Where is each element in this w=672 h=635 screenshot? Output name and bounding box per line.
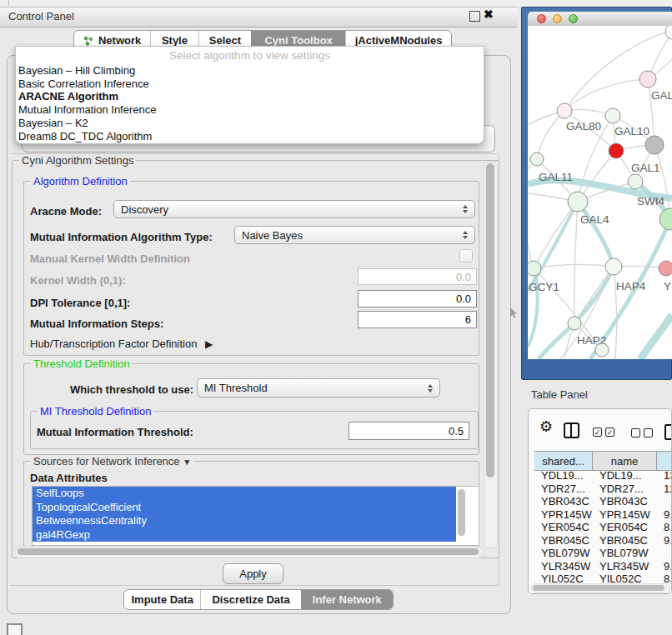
algorithm-option[interactable]: Bayesian – K2	[18, 117, 481, 130]
table-cell[interactable]: 8.	[657, 572, 672, 583]
table-cell[interactable]: YBR045C	[534, 534, 593, 548]
new-table-icon[interactable]	[664, 424, 672, 440]
sources-group-title[interactable]: Sources for Network Inference ▼	[31, 455, 193, 468]
float-panel-mini-icon[interactable]	[7, 623, 23, 635]
algorithm-option[interactable]: Dream8 DC_TDC Algorithm	[18, 130, 481, 143]
table-cell[interactable]: YIL052C	[534, 572, 593, 583]
network-node-hap2[interactable]	[568, 317, 581, 330]
table-cell[interactable]: YDL19...	[593, 469, 657, 482]
algorithm-option[interactable]: ARACNE Algorithm	[18, 90, 481, 103]
table-cell[interactable]: 9.	[657, 534, 672, 548]
table-cell[interactable]: YLR345W	[593, 560, 657, 573]
table-cell[interactable]: YIL052C	[593, 572, 657, 583]
table-cell[interactable]: YBR045C	[593, 534, 657, 548]
algorithm-option[interactable]: Bayesian – Hill Climbing	[18, 64, 481, 78]
network-edge[interactable]	[640, 315, 672, 359]
table-hscroll-thumb[interactable]	[533, 585, 664, 591]
table-header[interactable]: shared...nameA	[534, 451, 672, 471]
attribute-item[interactable]: TopologicalCoefficient	[33, 501, 456, 515]
table-cell[interactable]: 9.	[657, 560, 672, 573]
mi-threshold-field[interactable]	[349, 422, 469, 440]
zoom-traffic-light-icon[interactable]	[569, 14, 578, 23]
network-node-gal11[interactable]	[530, 152, 544, 166]
network-node[interactable]	[595, 343, 609, 357]
column-header-2[interactable]: name	[593, 452, 657, 470]
list-scrollbar-thumb[interactable]	[458, 489, 465, 536]
columns-icon[interactable]	[564, 422, 579, 438]
network-node-gal1[interactable]	[609, 143, 624, 158]
table-cell[interactable]: YBR043C	[534, 495, 593, 508]
table-cell[interactable]: YER054C	[593, 521, 657, 534]
network-node-gal4[interactable]	[568, 192, 588, 212]
table-cell[interactable]: YBL079W	[534, 547, 593, 560]
tab-infer-network[interactable]: Infer Network	[301, 590, 393, 609]
table-cell[interactable]: 9.	[657, 508, 672, 522]
network-node[interactable]	[645, 136, 664, 154]
mi-steps-field[interactable]	[358, 311, 477, 328]
gear-icon[interactable]: ⚙	[539, 418, 553, 436]
table-cell[interactable]: 12	[657, 482, 672, 496]
table-cell[interactable]: YDR27...	[534, 482, 593, 496]
apply-button[interactable]: Apply	[223, 563, 283, 584]
aracne-mode-combo[interactable]: Discovery	[113, 200, 475, 218]
column-header-3[interactable]: A	[657, 452, 672, 470]
table-cell[interactable]: YDL19...	[534, 469, 593, 482]
table-row[interactable]: YIL052CYIL052C8.	[534, 572, 672, 583]
table-cell[interactable]: YBR043C	[593, 495, 657, 508]
which-threshold-combo[interactable]: MI Threshold	[197, 378, 440, 398]
deselect-all-icon[interactable]	[631, 428, 653, 438]
algorithm-option[interactable]: Basic Correlation Inference	[18, 78, 481, 91]
table-cell[interactable]	[657, 495, 672, 508]
network-node-y[interactable]	[659, 261, 672, 276]
algorithm-option[interactable]: Mutual Information Inference	[18, 103, 481, 117]
table-cell[interactable]	[657, 547, 672, 560]
settings-vscroll-thumb[interactable]	[486, 163, 494, 478]
network-canvas[interactable]: GALGAL80GAL10GAL1GAL11SWI4GAL4GCY1HAP4YH…	[528, 26, 672, 359]
settings-hscroll-thumb[interactable]	[18, 548, 479, 555]
tab-impute-data[interactable]: Impute Data	[124, 590, 200, 609]
table-row[interactable]: YLR345WYLR345W9.	[534, 560, 672, 573]
table-cell[interactable]: 13	[657, 469, 672, 482]
hub-definition-toggle[interactable]: Hub/Transcription Factor Definition ▶	[30, 338, 213, 350]
table-cell[interactable]: YER054C	[534, 521, 593, 534]
network-node[interactable]	[665, 26, 672, 39]
table-row[interactable]: YBR043CYBR043C	[534, 495, 672, 508]
float-panel-icon[interactable]	[469, 11, 480, 22]
mi-algorithm-type-combo[interactable]: Naive Bayes	[234, 226, 475, 244]
close-icon[interactable]: ✖	[484, 8, 494, 21]
table-row[interactable]: YBL079WYBL079W	[534, 547, 672, 560]
network-node[interactable]	[659, 208, 672, 230]
attribute-item[interactable]: gal4RGexp	[33, 528, 456, 542]
network-node-gal80[interactable]	[557, 103, 572, 118]
attribute-item[interactable]: BetweennessCentrality	[33, 514, 456, 528]
network-node-gal[interactable]	[639, 71, 656, 88]
table-row[interactable]: YDL19...YDL19...13	[534, 469, 672, 482]
table-cell[interactable]: YBL079W	[593, 547, 657, 560]
minimize-traffic-light-icon[interactable]	[553, 14, 562, 23]
table-row[interactable]: YDR27...YDR27...12	[534, 482, 672, 496]
manual-kernel-checkbox[interactable]	[459, 249, 473, 262]
network-node-hap4[interactable]	[605, 258, 622, 275]
column-header-1[interactable]: shared...	[534, 452, 593, 470]
table-cell[interactable]: YLR345W	[534, 560, 593, 573]
close-traffic-light-icon[interactable]	[537, 14, 546, 23]
network-window-titlebar[interactable]	[528, 12, 672, 27]
dpi-tolerance-field[interactable]	[358, 290, 477, 308]
network-edge[interactable]	[564, 79, 648, 111]
network-edge[interactable]	[574, 267, 614, 323]
network-node-swi4[interactable]	[628, 174, 643, 189]
tab-discretize-data[interactable]: Discretize Data	[200, 590, 300, 609]
network-node-gal10[interactable]	[605, 108, 620, 123]
table-row[interactable]: YBR045CYBR045C9.	[534, 534, 672, 548]
attribute-item[interactable]: SelfLoops	[33, 487, 456, 501]
network-edge[interactable]	[574, 202, 578, 323]
kernel-width-field[interactable]	[358, 268, 477, 285]
table-cell[interactable]: YDR27...	[593, 482, 657, 496]
table-cell[interactable]: YPR145W	[593, 508, 657, 522]
table-row[interactable]: YPR145WYPR145W9.	[534, 508, 672, 522]
network-node-gcy1[interactable]	[528, 261, 541, 276]
network-edge[interactable]	[534, 264, 614, 268]
select-all-icon[interactable]: ✓ ✓	[593, 428, 614, 437]
table-cell[interactable]: YPR145W	[534, 508, 593, 522]
table-row[interactable]: YER054CYER054C8.	[534, 521, 672, 534]
